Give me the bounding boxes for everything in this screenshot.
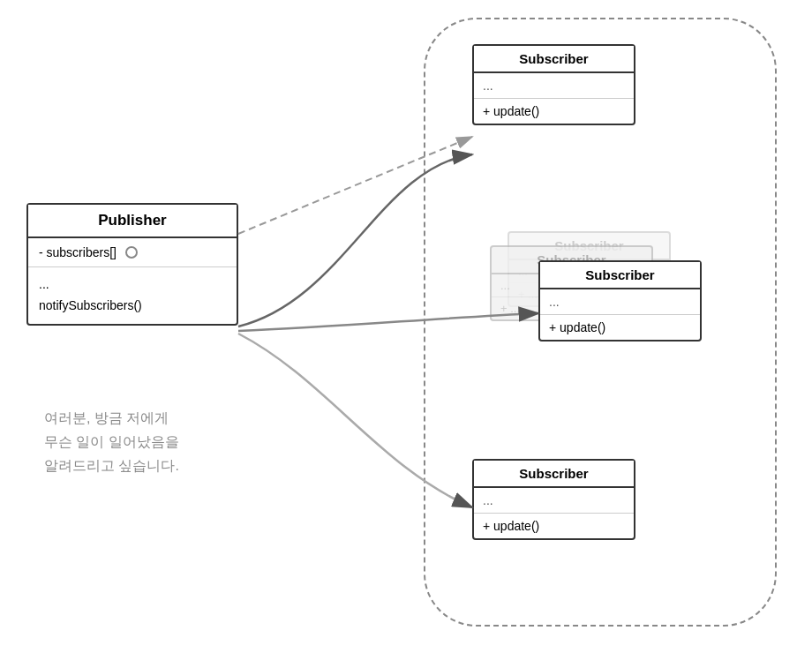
subscriber-dots-top: ... — [474, 73, 634, 99]
publisher-field: - subscribers[] — [28, 238, 237, 267]
subscriber-title-middle: Subscriber — [540, 262, 700, 289]
subscriber-title-bottom: Subscriber — [474, 461, 634, 488]
publisher-methods: ... notifySubscribers() — [28, 267, 237, 324]
publisher-box: Publisher - subscribers[] ... notifySubs… — [26, 203, 238, 326]
subscriber-dots-middle: ... — [540, 289, 700, 315]
subscriber-update-top: + update() — [474, 99, 634, 124]
subscriber-title-top: Subscriber — [474, 46, 634, 73]
subscriber-box-top: Subscriber ... + update() — [472, 44, 635, 125]
korean-text: 여러분, 방금 저에게 무슨 일이 일어났음을 알려드리고 싶습니다. — [44, 406, 179, 478]
subscriber-update-bottom: + update() — [474, 514, 634, 538]
subscriber-dots-bottom: ... — [474, 488, 634, 514]
subscriber-box-middle: Subscriber ... + update() — [538, 260, 702, 342]
subscriber-box-bottom: Subscriber ... + update() — [472, 459, 635, 540]
diagram-container: Subscriber ... + ... Subscriber ... + ..… — [0, 0, 812, 653]
lollipop-icon — [125, 246, 138, 259]
publisher-title: Publisher — [28, 205, 237, 238]
subscriber-update-middle: + update() — [540, 315, 700, 340]
